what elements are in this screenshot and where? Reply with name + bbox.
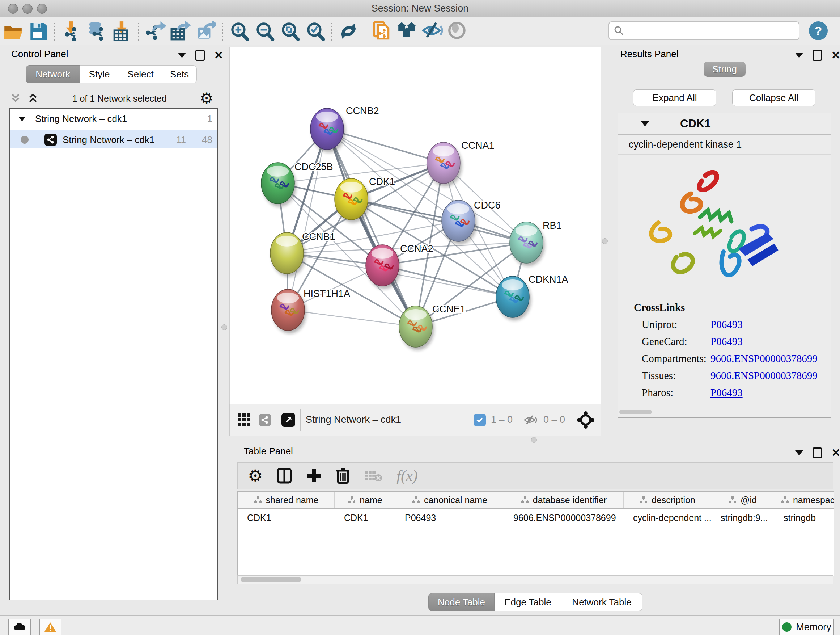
network-node-CCNB1[interactable] <box>270 233 305 277</box>
table-horizontal-scrollbar[interactable] <box>237 575 834 584</box>
scrollbar-thumb[interactable] <box>240 577 302 582</box>
column-header-name[interactable]: name <box>335 492 395 508</box>
float-panel-icon[interactable] <box>795 450 803 455</box>
close-panel-icon[interactable]: ✕ <box>214 50 223 61</box>
refresh-button[interactable] <box>336 19 361 42</box>
export-image-button[interactable] <box>193 19 218 42</box>
network-canvas[interactable]: CCNB2CCNA1CDC25BCDK1CDC6RB1CCNB1CCNA2CDK… <box>229 47 601 404</box>
clone-network-button[interactable] <box>369 19 394 42</box>
preview-button[interactable] <box>445 19 470 42</box>
network-node-CCNA1[interactable] <box>427 142 462 187</box>
crosslink-link[interactable]: P06493 <box>711 386 743 399</box>
splitter-grip[interactable] <box>221 325 227 330</box>
tab-network[interactable]: Network <box>26 65 80 83</box>
create-column-plus-icon[interactable] <box>306 468 322 484</box>
crosslink-link[interactable]: 9606.ENSP00000378699 <box>711 353 818 364</box>
results-scrollbar-thumb[interactable] <box>619 410 652 414</box>
column-header-description[interactable]: description <box>624 492 711 508</box>
collapse-all-icon[interactable] <box>9 92 22 105</box>
zoom-fit-button[interactable] <box>277 19 302 42</box>
delete-column-trash-icon[interactable] <box>336 467 350 485</box>
cloud-status-button[interactable] <box>8 619 31 635</box>
column-header--id[interactable]: @id <box>711 492 774 508</box>
warnings-button[interactable] <box>39 619 62 635</box>
hide-selected-button[interactable] <box>420 19 445 42</box>
network-node-RB1[interactable] <box>510 222 545 266</box>
zoom-selected-button[interactable] <box>302 19 328 42</box>
float-panel-icon[interactable] <box>178 53 186 58</box>
close-panel-icon[interactable]: ✕ <box>831 448 840 458</box>
zoom-in-button[interactable] <box>226 19 252 42</box>
save-session-button[interactable] <box>25 19 51 42</box>
network-node-CCNE1[interactable] <box>399 306 434 350</box>
open-session-button[interactable] <box>0 19 25 42</box>
network-node-CDKN1A[interactable] <box>496 276 531 320</box>
expand-all-icon[interactable] <box>27 92 39 105</box>
table-cell: CDK1 <box>335 509 395 526</box>
column-header-database-identifier[interactable]: database identifier <box>504 492 624 508</box>
network-collection-row[interactable]: String Network – cdk1 1 <box>10 109 218 127</box>
splitter-grip[interactable] <box>602 238 608 244</box>
table-row[interactable]: CDK1CDK1P064939606.ENSP00000378699cyclin… <box>238 509 834 526</box>
birds-eye-grid-icon[interactable] <box>236 412 252 428</box>
export-table-button[interactable] <box>168 19 193 42</box>
search-input[interactable] <box>624 25 794 37</box>
memory-button[interactable]: Memory <box>779 619 834 635</box>
export-network-button[interactable] <box>142 19 168 42</box>
fit-content-crosshair-icon[interactable] <box>576 410 596 430</box>
window-title: Session: New Session <box>0 3 840 14</box>
tab-string[interactable]: String <box>704 62 745 77</box>
entry-collapse-icon[interactable] <box>641 121 649 126</box>
hidden-eye-slash-icon[interactable] <box>523 414 539 426</box>
float-panel-icon[interactable] <box>795 53 803 58</box>
selected-checkbox-icon[interactable] <box>474 414 486 426</box>
import-network-database-button[interactable] <box>84 19 109 42</box>
network-share-icon[interactable] <box>259 414 271 426</box>
network-node-CCNA2[interactable] <box>366 245 401 289</box>
first-neighbors-button[interactable] <box>394 19 420 42</box>
network-edge[interactable] <box>288 310 416 326</box>
tab-edge-table[interactable]: Edge Table <box>494 593 561 611</box>
tab-select[interactable]: Select <box>119 65 163 83</box>
crosslink-link[interactable]: 9606.ENSP00000378699 <box>711 370 818 382</box>
toolbar-separator <box>365 21 365 41</box>
tab-node-table[interactable]: Node Table <box>428 593 494 611</box>
network-node-HIST1H1A[interactable] <box>271 289 306 333</box>
column-header-shared-name[interactable]: shared name <box>238 492 335 508</box>
column-header-canonical-name[interactable]: canonical name <box>395 492 504 508</box>
maximize-panel-icon[interactable] <box>195 50 205 61</box>
import-network-button[interactable] <box>58 19 84 42</box>
zoom-selected-icon <box>305 21 325 41</box>
network-selection-status: 1 of 1 Network selected <box>39 93 200 104</box>
gene-entry-header[interactable]: CDK1 <box>618 113 831 135</box>
network-node-CDK1[interactable] <box>335 179 370 223</box>
crosslink-link[interactable]: P06493 <box>711 336 743 348</box>
tab-network-table[interactable]: Network Table <box>561 593 643 611</box>
show-columns-icon[interactable] <box>276 467 292 484</box>
close-panel-icon[interactable]: ✕ <box>831 50 840 61</box>
network-options-gear-icon[interactable]: ⚙ <box>200 91 213 106</box>
network-row[interactable]: String Network – cdk1 11 48 <box>10 130 218 149</box>
open-in-window-icon[interactable] <box>281 413 295 427</box>
crosslink-link[interactable]: P06493 <box>711 318 743 331</box>
table-options-gear-icon[interactable]: ⚙ <box>248 467 263 484</box>
tab-sets[interactable]: Sets <box>163 65 197 83</box>
network-node-CCNB2[interactable] <box>310 108 346 152</box>
help-button[interactable]: ? <box>809 21 828 40</box>
column-header-label: description <box>652 495 695 505</box>
import-table-button[interactable] <box>109 19 134 42</box>
maximize-panel-icon[interactable] <box>813 448 822 458</box>
tab-style[interactable]: Style <box>80 65 119 83</box>
expand-all-button[interactable]: Expand All <box>633 89 716 106</box>
hide-selected-icon <box>422 21 443 41</box>
search-field[interactable] <box>608 21 799 40</box>
collection-collapse-icon[interactable] <box>19 117 26 121</box>
clone-network-icon <box>371 21 392 41</box>
maximize-panel-icon[interactable] <box>813 50 822 61</box>
zoom-out-button[interactable] <box>252 19 277 42</box>
node-table[interactable]: shared name name canonical name database… <box>237 491 834 576</box>
splitter-grip[interactable] <box>531 437 537 443</box>
collapse-all-button[interactable]: Collapse All <box>732 89 815 106</box>
column-header-namespace[interactable]: namespace <box>774 492 834 508</box>
network-edge[interactable] <box>288 129 327 310</box>
